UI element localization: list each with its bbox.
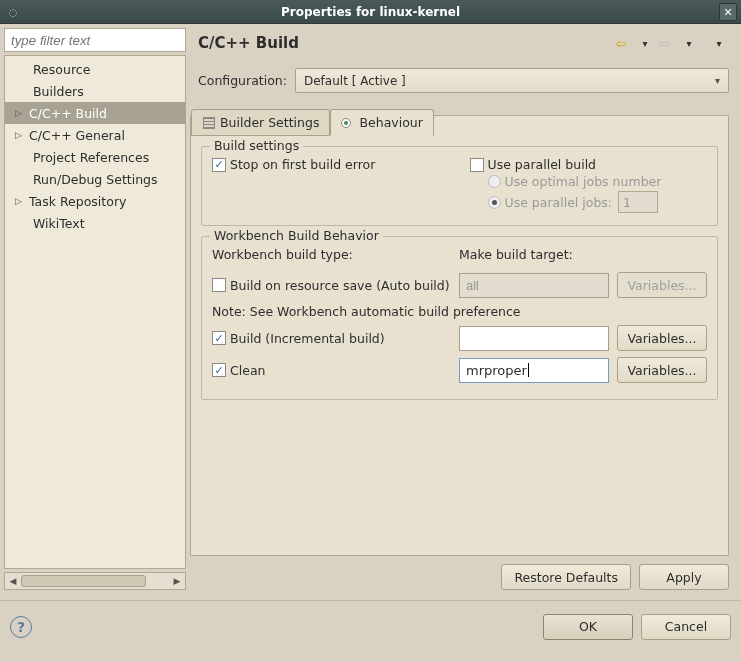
nav-back-menu-icon[interactable]: ▾ xyxy=(635,34,655,52)
filter-input[interactable] xyxy=(4,28,186,52)
incremental-target-input[interactable] xyxy=(459,326,609,351)
radio-icon xyxy=(488,196,501,209)
page-title: C/C++ Build xyxy=(198,34,611,52)
horizontal-scrollbar[interactable]: ◀ ▶ xyxy=(4,572,186,590)
sidebar-item-c-c-general[interactable]: ▷C/C++ General xyxy=(5,124,185,146)
configuration-label: Configuration: xyxy=(198,73,287,88)
clean-target-input[interactable]: mrproper xyxy=(459,358,609,383)
ok-button[interactable]: OK xyxy=(543,614,633,640)
build-settings-group: Build settings Stop on first build error… xyxy=(201,146,718,226)
configuration-value: Default [ Active ] xyxy=(304,74,406,88)
close-button[interactable]: ✕ xyxy=(719,3,737,21)
sidebar-item-label: Resource xyxy=(33,62,90,77)
titlebar: ◌ Properties for linux-kernel ✕ xyxy=(0,0,741,24)
sidebar-item-label: WikiText xyxy=(33,216,85,231)
nav-tree: ResourceBuilders▷C/C++ Build▷C/C++ Gener… xyxy=(4,55,186,569)
checkbox-label: Stop on first build error xyxy=(230,157,375,172)
build-type-header: Workbench build type: xyxy=(212,247,451,262)
sidebar-item-resource[interactable]: Resource xyxy=(5,58,185,80)
help-button[interactable]: ? xyxy=(10,616,32,638)
radio-label: Use parallel jobs: xyxy=(505,195,613,210)
radio-icon xyxy=(488,175,501,188)
checkbox-icon xyxy=(212,158,226,172)
group-legend: Build settings xyxy=(210,138,303,153)
expand-icon: ▷ xyxy=(15,130,27,140)
group-legend: Workbench Build Behavior xyxy=(210,228,383,243)
sidebar-item-label: Run/Debug Settings xyxy=(33,172,158,187)
scroll-left-icon[interactable]: ◀ xyxy=(6,574,20,588)
variables-button-auto: Variables... xyxy=(617,272,707,298)
incremental-build-checkbox[interactable]: Build (Incremental build) xyxy=(212,331,451,346)
scroll-thumb[interactable] xyxy=(21,575,146,587)
view-menu-icon[interactable]: ▾ xyxy=(709,34,729,52)
parallel-jobs-radio: Use parallel jobs: 1 xyxy=(488,191,708,213)
use-parallel-checkbox[interactable]: Use parallel build xyxy=(470,157,708,172)
workbench-behavior-group: Workbench Build Behavior Workbench build… xyxy=(201,236,718,400)
sidebar-item-label: C/C++ Build xyxy=(29,106,107,121)
expand-icon: ▷ xyxy=(15,196,27,206)
tab-builder-settings[interactable]: Builder Settings xyxy=(191,109,330,136)
sidebar-item-label: Project References xyxy=(33,150,149,165)
window-title: Properties for linux-kernel xyxy=(281,5,460,19)
sidebar-item-label: Builders xyxy=(33,84,84,99)
clean-checkbox[interactable]: Clean xyxy=(212,363,451,378)
cancel-button[interactable]: Cancel xyxy=(641,614,731,640)
nav-back-icon[interactable]: ⇦ xyxy=(611,34,631,52)
sidebar-item-project-references[interactable]: Project References xyxy=(5,146,185,168)
checkbox-label: Use parallel build xyxy=(488,157,597,172)
restore-defaults-button[interactable]: Restore Defaults xyxy=(501,564,631,590)
app-icon: ◌ xyxy=(4,3,22,21)
stop-first-error-checkbox[interactable]: Stop on first build error xyxy=(212,157,450,172)
auto-build-target-input xyxy=(459,273,609,298)
variables-button-incremental[interactable]: Variables... xyxy=(617,325,707,351)
sidebar-item-label: Task Repository xyxy=(29,194,126,209)
auto-build-note: Note: See Workbench automatic build pref… xyxy=(212,304,707,319)
checkbox-label: Clean xyxy=(230,363,265,378)
checkbox-icon xyxy=(212,331,226,345)
sidebar-item-label: C/C++ General xyxy=(29,128,125,143)
checkbox-label: Build on resource save (Auto build) xyxy=(230,278,450,293)
tab-label: Builder Settings xyxy=(220,115,319,130)
tab-label: Behaviour xyxy=(359,115,422,130)
nav-forward-menu-icon[interactable]: ▾ xyxy=(679,34,699,52)
expand-icon: ▷ xyxy=(15,108,27,118)
sidebar-item-task-repository[interactable]: ▷Task Repository xyxy=(5,190,185,212)
radio-icon xyxy=(341,118,351,128)
nav-forward-icon: ⇨ xyxy=(655,34,675,52)
optimal-jobs-radio: Use optimal jobs number xyxy=(488,174,708,189)
jobs-spinner: 1 xyxy=(618,191,658,213)
scroll-right-icon[interactable]: ▶ xyxy=(170,574,184,588)
checkbox-icon xyxy=(470,158,484,172)
checkbox-icon xyxy=(212,363,226,377)
sidebar-item-builders[interactable]: Builders xyxy=(5,80,185,102)
sidebar-item-c-c-build[interactable]: ▷C/C++ Build xyxy=(5,102,185,124)
configuration-combo[interactable]: Default [ Active ] ▾ xyxy=(295,68,729,93)
sidebar-item-run-debug-settings[interactable]: Run/Debug Settings xyxy=(5,168,185,190)
sidebar-item-wikitext[interactable]: WikiText xyxy=(5,212,185,234)
apply-button[interactable]: Apply xyxy=(639,564,729,590)
auto-build-checkbox[interactable]: Build on resource save (Auto build) xyxy=(212,278,451,293)
checkbox-label: Build (Incremental build) xyxy=(230,331,385,346)
text-cursor xyxy=(528,363,529,377)
list-icon xyxy=(202,116,216,130)
chevron-down-icon: ▾ xyxy=(715,75,720,86)
variables-button-clean[interactable]: Variables... xyxy=(617,357,707,383)
tab-behaviour[interactable]: Behaviour xyxy=(330,109,433,136)
checkbox-icon xyxy=(212,278,226,292)
radio-label: Use optimal jobs number xyxy=(505,174,662,189)
target-header: Make build target: xyxy=(459,247,609,262)
